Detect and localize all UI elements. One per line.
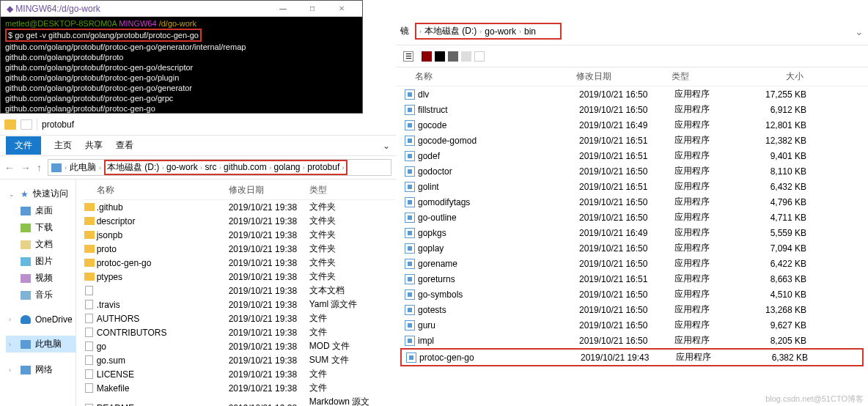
list-item[interactable]: LICENSE2019/10/21 19:38文件2 KB [82,367,427,381]
list-item[interactable]: fillstruct2019/10/21 16:50应用程序6,912 KB [400,102,864,117]
crumb-bin[interactable]: bin [524,26,536,37]
up-button[interactable]: ↑ [37,162,42,174]
crumb-item[interactable]: github.com [224,162,267,172]
list-item[interactable]: go-outline2019/10/21 16:50应用程序4,711 KB [400,210,864,225]
list-item[interactable]: README2019/10/21 19:38Markdown 源文件12 KB [82,395,427,406]
file-size: 8,110 KB [740,166,806,177]
sidebar-pictures[interactable]: 图片 [6,253,76,270]
refresh-button[interactable]: ⌄ [855,26,864,37]
terminal-window: ◆ MINGW64:/d/go-work — □ ✕ metled@DESKTO… [0,0,363,114]
list-item[interactable]: gorename2019/10/21 16:50应用程序6,422 KB [400,256,864,271]
list-item[interactable]: goplay2019/10/21 16:50应用程序7,094 KB [400,240,864,256]
file-type: 文件夹 [309,201,375,213]
list-item[interactable]: CONTRIBUTORS2019/10/21 19:38文件1 KB [82,325,427,339]
crumb-item[interactable]: go-work [166,162,198,172]
swatch-black[interactable] [435,51,445,62]
back-button[interactable]: ← [4,162,15,174]
file-icon [85,369,93,379]
expand-ribbon-icon[interactable]: ⌄ [383,141,390,151]
list-item[interactable]: go.sum2019/10/21 19:38SUM 文件0 KB [82,353,427,367]
file-icon [85,328,93,337]
list-item[interactable]: Makefile2019/10/21 19:38文件2 KB [82,381,427,395]
file-size: 9,401 KB [740,151,806,161]
file-name: protoc-gen-go [419,353,581,363]
sidebar-quick-access[interactable]: ⌄★快速访问 [6,185,76,202]
file-date: 2019/10/21 19:38 [229,216,309,226]
file-date: 2019/10/21 16:50 [579,320,674,331]
breadcrumb[interactable]: › 此电脑› 本地磁盘 (D:) › go-work › src › githu… [48,159,391,176]
sidebar-desktop[interactable]: 桌面 [6,202,76,219]
list-item[interactable]: gocode2019/10/21 16:49应用程序12,801 KB [400,117,864,133]
list-item[interactable]: .travis2019/10/21 19:38Yaml 源文件 [82,298,427,311]
list-item[interactable]: 2019/10/21 19:38文本文档 [82,284,427,298]
sidebar-thispc[interactable]: ›此电脑 [6,336,76,353]
minimize-button[interactable]: — [268,1,298,16]
sidebar-documents[interactable]: 文档 [6,236,76,253]
list-item[interactable]: gocode-gomod2019/10/21 16:51应用程序12,382 K… [400,133,864,148]
list-item[interactable]: descriptor2019/10/21 19:38文件夹 [82,214,427,228]
swatch-gray[interactable] [448,51,458,62]
list-item[interactable]: proto2019/10/21 19:38文件夹 [82,242,427,256]
swatch-white[interactable] [474,51,485,62]
list-item[interactable]: gopkgs2019/10/21 16:49应用程序5,559 KB [400,225,864,240]
col-type[interactable]: 类型 [309,184,375,196]
sidebar-downloads[interactable]: 下载 [6,219,76,236]
menu-share[interactable]: 共享 [85,139,103,152]
breadcrumb-right[interactable]: › 本地磁盘 (D:)› go-work› bin [415,23,562,40]
crumb-item[interactable]: golang [273,162,300,172]
list-item[interactable]: .github2019/10/21 19:38文件夹 [82,200,427,214]
crumb-gowork[interactable]: go-work [485,26,516,37]
list-item[interactable]: AUTHORS2019/10/21 19:38文件 [82,311,427,325]
col-date[interactable]: 修改日期 [576,70,672,83]
col-date[interactable]: 修改日期 [229,184,309,196]
crumb-disk[interactable]: 本地磁盘 (D:) [424,25,477,37]
crumb-thispc[interactable]: 此电脑 [70,161,96,174]
file-type: 应用程序 [674,165,740,177]
menu-view[interactable]: 查看 [116,139,133,152]
list-item[interactable]: impl2019/10/21 16:50应用程序8,205 KB [400,333,864,348]
exe-icon [405,320,415,331]
list-item[interactable]: go2019/10/21 19:38MOD 文件1 KB [82,339,427,353]
list-item[interactable]: go-symbols2019/10/21 16:50应用程序4,510 KB [400,287,864,302]
list-item[interactable]: protoc-gen-go2019/10/21 19:38文件夹 [82,256,427,270]
crumb-item[interactable]: protobuf [307,162,339,172]
list-item[interactable]: protoc-gen-go2019/10/21 19:43应用程序6,382 K… [400,348,864,366]
sidebar-music[interactable]: 音乐 [6,287,76,303]
swatch-light[interactable] [461,51,471,62]
list-item[interactable]: guru2019/10/21 16:50应用程序9,627 KB [400,317,864,333]
list-item[interactable]: gomodifytags2019/10/21 16:50应用程序4,796 KB [400,194,864,210]
prompt-path: /d/go-work [159,19,196,28]
terminal-titlebar[interactable]: ◆ MINGW64:/d/go-work — □ ✕ [1,1,362,17]
folder-icon [84,245,95,253]
file-type: 应用程序 [674,196,740,208]
list-item[interactable]: golint2019/10/21 16:51应用程序6,432 KB [400,179,864,194]
menu-home[interactable]: 主页 [54,139,72,152]
file-list-pane: 名称 修改日期 类型 .github2019/10/21 19:38文件夹des… [76,180,427,406]
file-name: fillstruct [418,105,579,115]
swatch-red[interactable] [422,51,432,62]
list-item[interactable]: goreturns2019/10/21 16:51应用程序8,663 KB [400,271,864,287]
col-name[interactable]: 名称 [97,184,229,196]
col-type[interactable]: 类型 [672,70,738,83]
maximize-button[interactable]: □ [298,1,327,16]
file-type: Markdown 源文件 [309,396,375,406]
list-item[interactable]: godef2019/10/21 16:51应用程序9,401 KB [400,148,864,163]
crumb-item[interactable]: src [205,162,216,172]
condition-icon[interactable]: ☰ [403,51,413,62]
sidebar-network[interactable]: ›网络 [6,361,76,378]
col-size[interactable]: 大小 [738,70,803,83]
terminal-output-line: github.com/golang/protobuf/protoc-gen-go… [5,42,358,52]
sidebar-onedrive[interactable]: ›OneDrive [6,312,76,327]
menu-file[interactable]: 文件 [6,136,41,155]
sidebar-videos[interactable]: 视频 [6,270,76,287]
forward-button[interactable]: → [21,162,31,174]
list-item[interactable]: dlv2019/10/21 16:50应用程序17,255 KB [400,86,864,102]
crumb-item[interactable]: 本地磁盘 (D:) [107,162,159,172]
col-name[interactable]: 名称 [415,70,576,83]
list-item[interactable]: ptypes2019/10/21 19:38文件夹 [82,270,427,284]
close-button[interactable]: ✕ [327,1,356,16]
file-type: 应用程序 [674,150,740,162]
list-item[interactable]: gotests2019/10/21 16:50应用程序13,268 KB [400,302,864,317]
list-item[interactable]: godoctor2019/10/21 16:50应用程序8,110 KB [400,163,864,179]
list-item[interactable]: jsonpb2019/10/21 19:38文件夹 [82,228,427,242]
